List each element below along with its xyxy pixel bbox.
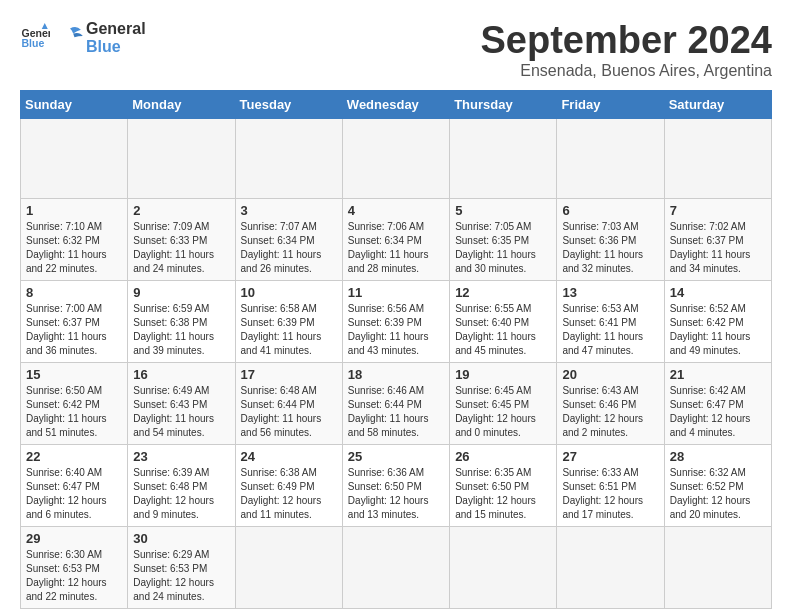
cell-info: Sunrise: 7:10 AM Sunset: 6:32 PM Dayligh…	[26, 220, 122, 276]
calendar-cell	[450, 118, 557, 198]
cell-info: Sunrise: 6:40 AM Sunset: 6:47 PM Dayligh…	[26, 466, 122, 522]
day-number: 18	[348, 367, 444, 382]
calendar-cell	[557, 118, 664, 198]
day-number: 30	[133, 531, 229, 546]
calendar-cell	[664, 118, 771, 198]
day-header-friday: Friday	[557, 90, 664, 118]
calendar-cell: 14Sunrise: 6:52 AM Sunset: 6:42 PM Dayli…	[664, 280, 771, 362]
day-number: 10	[241, 285, 337, 300]
calendar-cell	[342, 526, 449, 608]
day-number: 24	[241, 449, 337, 464]
cell-info: Sunrise: 6:56 AM Sunset: 6:39 PM Dayligh…	[348, 302, 444, 358]
svg-text:Blue: Blue	[22, 37, 45, 49]
calendar-week-row: 22Sunrise: 6:40 AM Sunset: 6:47 PM Dayli…	[21, 444, 772, 526]
day-number: 26	[455, 449, 551, 464]
day-number: 9	[133, 285, 229, 300]
cell-info: Sunrise: 7:07 AM Sunset: 6:34 PM Dayligh…	[241, 220, 337, 276]
cell-info: Sunrise: 6:29 AM Sunset: 6:53 PM Dayligh…	[133, 548, 229, 604]
calendar-cell: 3Sunrise: 7:07 AM Sunset: 6:34 PM Daylig…	[235, 198, 342, 280]
day-number: 6	[562, 203, 658, 218]
cell-info: Sunrise: 6:30 AM Sunset: 6:53 PM Dayligh…	[26, 548, 122, 604]
day-header-thursday: Thursday	[450, 90, 557, 118]
day-number: 13	[562, 285, 658, 300]
calendar-cell: 29Sunrise: 6:30 AM Sunset: 6:53 PM Dayli…	[21, 526, 128, 608]
day-number: 8	[26, 285, 122, 300]
calendar-cell	[235, 118, 342, 198]
calendar-cell: 22Sunrise: 6:40 AM Sunset: 6:47 PM Dayli…	[21, 444, 128, 526]
logo: General Blue General Blue	[20, 20, 146, 55]
calendar-week-row	[21, 118, 772, 198]
cell-info: Sunrise: 6:32 AM Sunset: 6:52 PM Dayligh…	[670, 466, 766, 522]
day-number: 25	[348, 449, 444, 464]
cell-info: Sunrise: 6:58 AM Sunset: 6:39 PM Dayligh…	[241, 302, 337, 358]
calendar-cell: 1Sunrise: 7:10 AM Sunset: 6:32 PM Daylig…	[21, 198, 128, 280]
day-number: 3	[241, 203, 337, 218]
day-number: 2	[133, 203, 229, 218]
cell-info: Sunrise: 6:38 AM Sunset: 6:49 PM Dayligh…	[241, 466, 337, 522]
calendar-cell: 26Sunrise: 6:35 AM Sunset: 6:50 PM Dayli…	[450, 444, 557, 526]
cell-info: Sunrise: 6:46 AM Sunset: 6:44 PM Dayligh…	[348, 384, 444, 440]
cell-info: Sunrise: 6:45 AM Sunset: 6:45 PM Dayligh…	[455, 384, 551, 440]
logo-general-text: General	[86, 20, 146, 38]
cell-info: Sunrise: 6:33 AM Sunset: 6:51 PM Dayligh…	[562, 466, 658, 522]
calendar-cell: 7Sunrise: 7:02 AM Sunset: 6:37 PM Daylig…	[664, 198, 771, 280]
title-area: September 2024 Ensenada, Buenos Aires, A…	[481, 20, 773, 80]
day-header-wednesday: Wednesday	[342, 90, 449, 118]
cell-info: Sunrise: 6:43 AM Sunset: 6:46 PM Dayligh…	[562, 384, 658, 440]
cell-info: Sunrise: 6:35 AM Sunset: 6:50 PM Dayligh…	[455, 466, 551, 522]
month-title: September 2024	[481, 20, 773, 62]
calendar-cell: 5Sunrise: 7:05 AM Sunset: 6:35 PM Daylig…	[450, 198, 557, 280]
day-header-sunday: Sunday	[21, 90, 128, 118]
cell-info: Sunrise: 6:53 AM Sunset: 6:41 PM Dayligh…	[562, 302, 658, 358]
cell-info: Sunrise: 6:55 AM Sunset: 6:40 PM Dayligh…	[455, 302, 551, 358]
calendar-cell: 4Sunrise: 7:06 AM Sunset: 6:34 PM Daylig…	[342, 198, 449, 280]
day-number: 27	[562, 449, 658, 464]
calendar-cell	[450, 526, 557, 608]
logo-blue-text: Blue	[86, 38, 146, 56]
cell-info: Sunrise: 6:48 AM Sunset: 6:44 PM Dayligh…	[241, 384, 337, 440]
calendar-cell: 23Sunrise: 6:39 AM Sunset: 6:48 PM Dayli…	[128, 444, 235, 526]
day-number: 23	[133, 449, 229, 464]
calendar-week-row: 8Sunrise: 7:00 AM Sunset: 6:37 PM Daylig…	[21, 280, 772, 362]
calendar-cell: 6Sunrise: 7:03 AM Sunset: 6:36 PM Daylig…	[557, 198, 664, 280]
calendar-cell: 20Sunrise: 6:43 AM Sunset: 6:46 PM Dayli…	[557, 362, 664, 444]
day-number: 28	[670, 449, 766, 464]
cell-info: Sunrise: 7:03 AM Sunset: 6:36 PM Dayligh…	[562, 220, 658, 276]
calendar-cell: 9Sunrise: 6:59 AM Sunset: 6:38 PM Daylig…	[128, 280, 235, 362]
cell-info: Sunrise: 6:39 AM Sunset: 6:48 PM Dayligh…	[133, 466, 229, 522]
cell-info: Sunrise: 6:52 AM Sunset: 6:42 PM Dayligh…	[670, 302, 766, 358]
calendar-cell: 30Sunrise: 6:29 AM Sunset: 6:53 PM Dayli…	[128, 526, 235, 608]
cell-info: Sunrise: 7:00 AM Sunset: 6:37 PM Dayligh…	[26, 302, 122, 358]
day-number: 21	[670, 367, 766, 382]
day-number: 29	[26, 531, 122, 546]
header: General Blue General Blue September 2024…	[20, 20, 772, 80]
calendar-cell: 24Sunrise: 6:38 AM Sunset: 6:49 PM Dayli…	[235, 444, 342, 526]
calendar-header-row: SundayMondayTuesdayWednesdayThursdayFrid…	[21, 90, 772, 118]
day-header-monday: Monday	[128, 90, 235, 118]
logo-bird-icon	[54, 22, 86, 54]
calendar-cell: 12Sunrise: 6:55 AM Sunset: 6:40 PM Dayli…	[450, 280, 557, 362]
calendar-table: SundayMondayTuesdayWednesdayThursdayFrid…	[20, 90, 772, 609]
calendar-cell: 17Sunrise: 6:48 AM Sunset: 6:44 PM Dayli…	[235, 362, 342, 444]
calendar-week-row: 29Sunrise: 6:30 AM Sunset: 6:53 PM Dayli…	[21, 526, 772, 608]
logo-icon: General Blue	[20, 23, 50, 53]
day-number: 12	[455, 285, 551, 300]
calendar-cell	[21, 118, 128, 198]
cell-info: Sunrise: 6:42 AM Sunset: 6:47 PM Dayligh…	[670, 384, 766, 440]
cell-info: Sunrise: 6:59 AM Sunset: 6:38 PM Dayligh…	[133, 302, 229, 358]
calendar-cell: 25Sunrise: 6:36 AM Sunset: 6:50 PM Dayli…	[342, 444, 449, 526]
location-title: Ensenada, Buenos Aires, Argentina	[481, 62, 773, 80]
day-header-saturday: Saturday	[664, 90, 771, 118]
day-number: 15	[26, 367, 122, 382]
calendar-week-row: 15Sunrise: 6:50 AM Sunset: 6:42 PM Dayli…	[21, 362, 772, 444]
calendar-cell	[557, 526, 664, 608]
cell-info: Sunrise: 6:50 AM Sunset: 6:42 PM Dayligh…	[26, 384, 122, 440]
cell-info: Sunrise: 6:49 AM Sunset: 6:43 PM Dayligh…	[133, 384, 229, 440]
day-number: 7	[670, 203, 766, 218]
day-number: 17	[241, 367, 337, 382]
calendar-cell	[342, 118, 449, 198]
cell-info: Sunrise: 7:02 AM Sunset: 6:37 PM Dayligh…	[670, 220, 766, 276]
day-number: 22	[26, 449, 122, 464]
calendar-week-row: 1Sunrise: 7:10 AM Sunset: 6:32 PM Daylig…	[21, 198, 772, 280]
day-number: 20	[562, 367, 658, 382]
